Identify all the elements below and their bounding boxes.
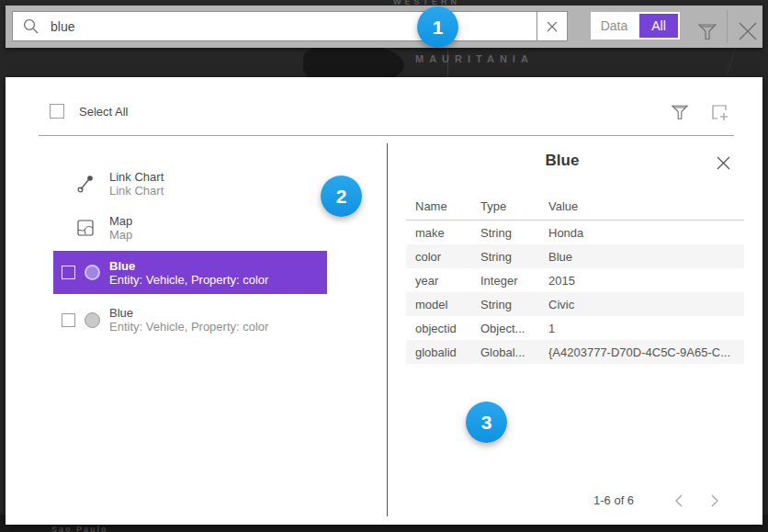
chevron-right-icon bbox=[711, 494, 719, 507]
table-row: year Integer 2015 bbox=[406, 268, 744, 292]
cell-value: {A4203777-D70D-4C5C-9A65-C... bbox=[548, 345, 735, 359]
cell-type: String bbox=[480, 226, 548, 240]
add-to-selection-button[interactable] bbox=[708, 101, 730, 123]
table-row: model String Civic bbox=[406, 292, 744, 316]
page-next-button[interactable] bbox=[706, 492, 724, 509]
close-search-button[interactable] bbox=[733, 17, 762, 46]
search-results-panel: Select All Link Chart bbox=[6, 77, 762, 525]
result-checkbox[interactable] bbox=[62, 313, 75, 327]
cell-value: Civic bbox=[548, 298, 735, 311]
search-filter-button[interactable] bbox=[694, 17, 721, 45]
list-item-text: Link Chart Link Chart bbox=[109, 170, 164, 198]
select-all-control[interactable]: Select All bbox=[50, 104, 128, 119]
attribute-table: make String Honda color String Blue year… bbox=[406, 221, 744, 364]
table-row: make String Honda bbox=[406, 221, 744, 244]
cell-name: globalid bbox=[415, 345, 480, 359]
result-title: Map bbox=[109, 214, 132, 228]
clear-search-button[interactable] bbox=[536, 11, 568, 41]
cell-name: make bbox=[415, 226, 480, 240]
detail-close-button[interactable] bbox=[711, 151, 735, 175]
scope-data-button[interactable]: Data bbox=[593, 14, 636, 38]
list-item-blue[interactable]: Blue Entity: Vehicle, Property: color bbox=[53, 298, 327, 342]
list-item-map[interactable]: Map Map bbox=[53, 206, 327, 250]
select-all-checkbox[interactable] bbox=[50, 104, 64, 119]
map-label-bottom: Sao Paulo bbox=[51, 525, 108, 532]
result-subtitle: Link Chart bbox=[109, 184, 164, 198]
entity-circle-icon bbox=[85, 265, 100, 280]
cell-name: objectid bbox=[415, 322, 480, 335]
cell-value: Blue bbox=[548, 250, 735, 264]
result-subtitle: Map bbox=[109, 228, 132, 242]
cell-type: String bbox=[480, 250, 548, 264]
result-subtitle: Entity: Vehicle, Property: color bbox=[109, 273, 268, 287]
panel-divider bbox=[39, 135, 734, 136]
pagination: 1-6 of 6 bbox=[557, 492, 740, 509]
cell-name: model bbox=[415, 298, 480, 311]
table-row: color String Blue bbox=[406, 244, 744, 268]
result-title: Blue bbox=[109, 306, 268, 320]
square-plus-icon bbox=[710, 103, 728, 121]
search-input[interactable]: blue bbox=[12, 11, 537, 41]
search-icon bbox=[22, 17, 40, 35]
callout-3: 3 bbox=[466, 402, 507, 443]
list-detail-divider bbox=[387, 143, 388, 516]
cell-name: color bbox=[415, 250, 480, 264]
list-item-text: Blue Entity: Vehicle, Property: color bbox=[109, 306, 268, 334]
result-title: Blue bbox=[109, 259, 268, 273]
map-border-line bbox=[726, 49, 737, 76]
list-item-blue-selected[interactable]: Blue Entity: Vehicle, Property: color bbox=[53, 251, 327, 294]
close-icon bbox=[738, 21, 758, 41]
column-value: Value bbox=[548, 199, 735, 213]
list-item-text: Blue Entity: Vehicle, Property: color bbox=[109, 259, 268, 287]
close-icon bbox=[717, 156, 730, 170]
toolbar-divider bbox=[727, 10, 728, 43]
cell-type: Integer bbox=[480, 274, 548, 288]
callout-1: 1 bbox=[417, 6, 458, 48]
result-title: Link Chart bbox=[109, 170, 164, 184]
cell-type: String bbox=[480, 298, 548, 311]
page-prev-button[interactable] bbox=[669, 492, 687, 509]
table-row: globalid Global... {A4203777-D70D-4C5C-9… bbox=[406, 340, 744, 364]
scope-all-button[interactable]: All bbox=[639, 14, 678, 38]
chevron-left-icon bbox=[674, 494, 683, 507]
cell-name: year bbox=[415, 274, 480, 288]
search-value: blue bbox=[51, 19, 74, 34]
entity-circle-icon bbox=[85, 312, 100, 328]
scope-toggle: Data All bbox=[591, 12, 680, 40]
table-row: objectid Object... 1 bbox=[406, 316, 744, 340]
results-filter-button[interactable] bbox=[669, 101, 691, 123]
callout-2: 2 bbox=[321, 175, 362, 217]
detail-title: Blue bbox=[387, 152, 738, 170]
search-toolbar: blue Data All bbox=[6, 6, 762, 48]
cell-type: Global... bbox=[480, 345, 548, 359]
cell-value: 2015 bbox=[548, 274, 735, 288]
column-type: Type bbox=[480, 199, 548, 213]
map-label-mauritania: MAURITANIA bbox=[415, 53, 534, 64]
result-checkbox[interactable] bbox=[62, 266, 75, 279]
funnel-icon bbox=[697, 22, 717, 41]
map-icon bbox=[76, 218, 95, 238]
result-subtitle: Entity: Vehicle, Property: color bbox=[109, 320, 268, 334]
cell-value: 1 bbox=[548, 322, 735, 335]
list-item-text: Map Map bbox=[109, 214, 132, 242]
funnel-icon bbox=[671, 103, 689, 121]
column-name: Name bbox=[415, 199, 480, 213]
attribute-table-header: Name Type Value bbox=[406, 195, 744, 217]
select-all-label: Select All bbox=[79, 105, 128, 119]
cell-value: Honda bbox=[548, 226, 735, 240]
clear-search-icon bbox=[547, 21, 558, 32]
pagination-label: 1-6 of 6 bbox=[593, 493, 634, 507]
cell-type: Object... bbox=[480, 322, 548, 335]
list-item-link-chart[interactable]: Link Chart Link Chart bbox=[53, 162, 327, 206]
link-chart-icon bbox=[76, 174, 95, 194]
